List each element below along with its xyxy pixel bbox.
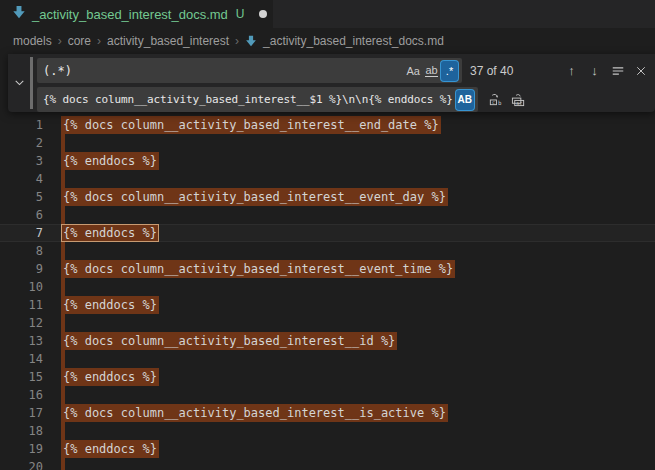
code-line[interactable]: 18 — [0, 422, 655, 440]
find-match: {% enddocs %} — [61, 296, 159, 314]
whole-word-toggle[interactable]: ab — [423, 61, 440, 81]
replace-input-value: {% docs column__activity_based_interest_… — [43, 93, 455, 106]
selection-lines-icon — [611, 64, 625, 78]
previous-match-button[interactable]: ↑ — [562, 61, 581, 80]
find-match: {% docs column__activity_based_interest_… — [61, 332, 397, 350]
tab-bar: _activity_based_interest_docs.md U — [0, 0, 655, 28]
match-count: 37 of 40 — [470, 64, 536, 78]
breadcrumb-item-core[interactable]: core — [68, 34, 91, 48]
line-number: 17 — [0, 404, 43, 422]
breadcrumb: models › core › activity_based_interest … — [0, 28, 655, 53]
markdown-icon — [245, 35, 257, 47]
code-line[interactable]: 12 — [0, 314, 655, 332]
zero-width-find-match — [61, 278, 65, 296]
find-match: {% enddocs %} — [61, 152, 159, 170]
breadcrumb-item-activity-based-interest[interactable]: activity_based_interest — [107, 34, 229, 48]
breadcrumb-item-file[interactable]: _activity_based_interest_docs.md — [263, 34, 444, 48]
code-line[interactable]: 5{% docs column__activity_based_interest… — [0, 188, 655, 206]
editor-tab[interactable]: _activity_based_interest_docs.md U — [0, 0, 273, 28]
chevron-right-icon: › — [235, 34, 239, 48]
line-number: 13 — [0, 332, 43, 350]
tab-filename: _activity_based_interest_docs.md — [32, 7, 228, 22]
match-case-toggle[interactable]: Aa — [405, 61, 422, 81]
zero-width-find-match — [61, 242, 65, 260]
git-status-badge: U — [236, 7, 245, 21]
zero-width-find-match — [61, 386, 65, 404]
svg-text:b: b — [498, 100, 502, 106]
unsaved-dot-icon[interactable] — [259, 10, 267, 18]
find-match: {% docs column__activity_based_interest_… — [61, 188, 448, 206]
replace-input[interactable]: {% docs column__activity_based_interest_… — [37, 87, 478, 112]
chevron-down-icon — [14, 74, 25, 92]
code-line[interactable]: 8 — [0, 242, 655, 260]
find-match: {% enddocs %} — [61, 440, 159, 458]
toggle-replace-button[interactable] — [9, 54, 29, 112]
code-line[interactable]: 6 — [0, 206, 655, 224]
code-line[interactable]: 13{% docs column__activity_based_interes… — [0, 332, 655, 350]
code-lines: 1{% docs column__activity_based_interest… — [0, 116, 655, 470]
line-number: 12 — [0, 314, 43, 332]
code-line[interactable]: 2 — [0, 134, 655, 152]
line-number: 9 — [0, 260, 43, 278]
code-line[interactable]: 4 — [0, 170, 655, 188]
chevron-right-icon: › — [97, 34, 101, 48]
markdown-icon — [12, 5, 26, 23]
arrow-up-icon: ↑ — [568, 63, 575, 78]
code-line[interactable]: 3{% enddocs %} — [0, 152, 655, 170]
find-match: {% enddocs %} — [61, 368, 159, 386]
line-number: 8 — [0, 242, 43, 260]
current-find-match: {% enddocs %} — [61, 224, 159, 242]
code-line[interactable]: 19{% enddocs %} — [0, 440, 655, 458]
line-number: 7 — [0, 224, 43, 242]
find-input[interactable]: (.*) Aa ab .* — [37, 58, 462, 83]
find-in-selection-button[interactable] — [608, 61, 627, 80]
line-number: 14 — [0, 350, 43, 368]
replace-all-button[interactable]: ac — [509, 90, 528, 109]
find-match: {% docs column__activity_based_interest_… — [61, 260, 455, 278]
zero-width-find-match — [61, 422, 65, 440]
line-number: 20 — [0, 458, 43, 470]
svg-text:c: c — [492, 99, 495, 105]
zero-width-find-match — [61, 134, 65, 152]
line-number: 16 — [0, 386, 43, 404]
code-line[interactable]: 7{% enddocs %} — [0, 224, 655, 242]
chevron-right-icon: › — [58, 34, 62, 48]
zero-width-find-match — [61, 458, 65, 470]
code-line[interactable]: 1{% docs column__activity_based_interest… — [0, 116, 655, 134]
line-number: 5 — [0, 188, 43, 206]
line-number: 18 — [0, 422, 43, 440]
code-line[interactable]: 14 — [0, 350, 655, 368]
replace-one-button[interactable]: c b — [486, 90, 505, 109]
line-number: 2 — [0, 134, 43, 152]
zero-width-find-match — [61, 314, 65, 332]
find-input-value: (.*) — [43, 64, 404, 78]
line-number: 11 — [0, 296, 43, 314]
code-line[interactable]: 17{% docs column__activity_based_interes… — [0, 404, 655, 422]
arrow-down-icon: ↓ — [591, 63, 598, 78]
code-line[interactable]: 16 — [0, 386, 655, 404]
breadcrumb-item-models[interactable]: models — [13, 34, 52, 48]
code-line[interactable]: 20 — [0, 458, 655, 470]
find-replace-widget: (.*) Aa ab .* 37 of 40 ↑ ↓ — [8, 54, 655, 112]
replace-icon: c b — [488, 92, 503, 107]
code-line[interactable]: 11{% enddocs %} — [0, 296, 655, 314]
close-icon — [635, 65, 647, 77]
close-find-button[interactable] — [631, 61, 650, 80]
line-number: 4 — [0, 170, 43, 188]
find-match: {% docs column__activity_based_interest_… — [61, 404, 448, 422]
line-number: 1 — [0, 116, 43, 134]
regex-toggle[interactable]: .* — [441, 61, 458, 81]
line-number: 15 — [0, 368, 43, 386]
zero-width-find-match — [61, 170, 65, 188]
vscode-window: _activity_based_interest_docs.md U model… — [0, 0, 655, 470]
code-line[interactable]: 10 — [0, 278, 655, 296]
code-editor[interactable]: 1{% docs column__activity_based_interest… — [0, 116, 655, 470]
line-number: 10 — [0, 278, 43, 296]
zero-width-find-match — [61, 350, 65, 368]
code-line[interactable]: 9{% docs column__activity_based_interest… — [0, 260, 655, 278]
line-number: 19 — [0, 440, 43, 458]
next-match-button[interactable]: ↓ — [585, 61, 604, 80]
find-widget-resize-sash[interactable] — [30, 57, 33, 109]
code-line[interactable]: 15{% enddocs %} — [0, 368, 655, 386]
preserve-case-toggle[interactable]: AB — [456, 90, 474, 110]
